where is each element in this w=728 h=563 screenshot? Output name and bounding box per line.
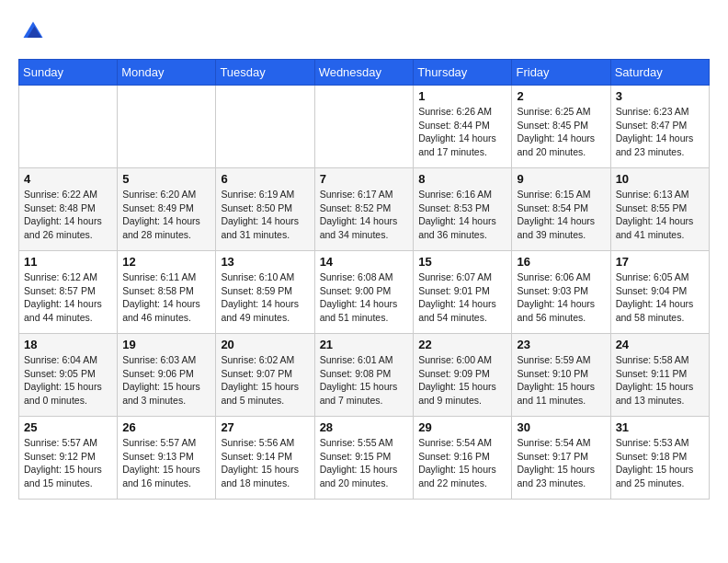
- day-number: 9: [517, 172, 605, 186]
- calendar-cell: 14Sunrise: 6:08 AM Sunset: 9:00 PM Dayli…: [314, 251, 414, 334]
- calendar-header-thursday: Thursday: [414, 60, 512, 86]
- day-number: 8: [418, 172, 506, 186]
- calendar-cell: 2Sunrise: 6:25 AM Sunset: 8:45 PM Daylig…: [512, 86, 610, 168]
- calendar-cell: 21Sunrise: 6:01 AM Sunset: 9:08 PM Dayli…: [314, 334, 414, 417]
- calendar-header-friday: Friday: [512, 60, 610, 86]
- day-number: 29: [418, 420, 506, 434]
- day-info: Sunrise: 6:13 AM Sunset: 8:55 PM Dayligh…: [616, 188, 704, 242]
- day-number: 25: [24, 420, 112, 434]
- day-number: 15: [418, 255, 506, 269]
- day-number: 6: [221, 172, 309, 186]
- calendar-cell: 10Sunrise: 6:13 AM Sunset: 8:55 PM Dayli…: [610, 168, 709, 251]
- day-info: Sunrise: 5:55 AM Sunset: 9:15 PM Dayligh…: [320, 436, 409, 490]
- calendar-cell: 25Sunrise: 5:57 AM Sunset: 9:12 PM Dayli…: [19, 417, 118, 500]
- day-number: 5: [122, 172, 210, 186]
- day-number: 7: [320, 172, 409, 186]
- day-info: Sunrise: 6:08 AM Sunset: 9:00 PM Dayligh…: [320, 270, 409, 325]
- day-number: 27: [221, 420, 309, 434]
- day-number: 13: [221, 255, 309, 269]
- calendar-cell: 4Sunrise: 6:22 AM Sunset: 8:48 PM Daylig…: [19, 168, 118, 251]
- day-info: Sunrise: 5:56 AM Sunset: 9:14 PM Dayligh…: [221, 436, 309, 490]
- day-info: Sunrise: 5:57 AM Sunset: 9:13 PM Dayligh…: [122, 436, 210, 490]
- calendar-cell: 5Sunrise: 6:20 AM Sunset: 8:49 PM Daylig…: [118, 168, 216, 251]
- day-number: 26: [122, 420, 210, 434]
- day-number: 24: [616, 338, 704, 351]
- day-info: Sunrise: 6:01 AM Sunset: 9:08 PM Dayligh…: [320, 353, 409, 408]
- day-number: 10: [616, 172, 704, 186]
- calendar-cell: 6Sunrise: 6:19 AM Sunset: 8:50 PM Daylig…: [216, 168, 314, 251]
- calendar-cell: 7Sunrise: 6:17 AM Sunset: 8:52 PM Daylig…: [314, 168, 414, 251]
- calendar-cell: 20Sunrise: 6:02 AM Sunset: 9:07 PM Dayli…: [216, 334, 314, 417]
- day-info: Sunrise: 6:05 AM Sunset: 9:04 PM Dayligh…: [616, 270, 704, 325]
- calendar-cell: 12Sunrise: 6:11 AM Sunset: 8:58 PM Dayli…: [118, 251, 216, 334]
- calendar-cell: [216, 86, 314, 168]
- day-info: Sunrise: 5:54 AM Sunset: 9:17 PM Dayligh…: [517, 436, 605, 490]
- day-number: 23: [517, 338, 605, 351]
- day-info: Sunrise: 6:03 AM Sunset: 9:06 PM Dayligh…: [122, 353, 210, 408]
- day-number: 1: [418, 89, 506, 103]
- calendar-week-4: 18Sunrise: 6:04 AM Sunset: 9:05 PM Dayli…: [19, 334, 710, 417]
- calendar-week-1: 1Sunrise: 6:26 AM Sunset: 8:44 PM Daylig…: [19, 86, 710, 168]
- day-info: Sunrise: 6:00 AM Sunset: 9:09 PM Dayligh…: [418, 353, 506, 408]
- calendar-cell: 30Sunrise: 5:54 AM Sunset: 9:17 PM Dayli…: [512, 417, 610, 500]
- day-info: Sunrise: 5:58 AM Sunset: 9:11 PM Dayligh…: [616, 353, 704, 408]
- calendar-week-5: 25Sunrise: 5:57 AM Sunset: 9:12 PM Dayli…: [19, 417, 710, 500]
- day-number: 3: [616, 89, 704, 103]
- day-info: Sunrise: 6:16 AM Sunset: 8:53 PM Dayligh…: [418, 188, 506, 242]
- day-info: Sunrise: 6:23 AM Sunset: 8:47 PM Dayligh…: [616, 105, 704, 159]
- calendar-cell: 31Sunrise: 5:53 AM Sunset: 9:18 PM Dayli…: [610, 417, 709, 500]
- day-number: 16: [517, 255, 605, 269]
- day-number: 21: [320, 338, 409, 351]
- calendar-header-sunday: Sunday: [19, 60, 118, 86]
- day-number: 28: [320, 420, 409, 434]
- day-info: Sunrise: 6:07 AM Sunset: 9:01 PM Dayligh…: [418, 270, 506, 325]
- calendar-table: SundayMondayTuesdayWednesdayThursdayFrid…: [18, 59, 710, 500]
- day-number: 22: [418, 338, 506, 351]
- day-info: Sunrise: 6:26 AM Sunset: 8:44 PM Dayligh…: [418, 105, 506, 159]
- day-number: 4: [24, 172, 112, 186]
- day-info: Sunrise: 6:12 AM Sunset: 8:57 PM Dayligh…: [24, 270, 112, 325]
- calendar-week-2: 4Sunrise: 6:22 AM Sunset: 8:48 PM Daylig…: [19, 168, 710, 251]
- day-info: Sunrise: 6:10 AM Sunset: 8:59 PM Dayligh…: [221, 270, 309, 325]
- day-number: 18: [24, 338, 112, 351]
- day-info: Sunrise: 6:22 AM Sunset: 8:48 PM Dayligh…: [24, 188, 112, 242]
- calendar-cell: 19Sunrise: 6:03 AM Sunset: 9:06 PM Dayli…: [118, 334, 216, 417]
- day-info: Sunrise: 5:57 AM Sunset: 9:12 PM Dayligh…: [24, 436, 112, 490]
- calendar-cell: 17Sunrise: 6:05 AM Sunset: 9:04 PM Dayli…: [610, 251, 709, 334]
- day-number: 30: [517, 420, 605, 434]
- calendar-cell: 22Sunrise: 6:00 AM Sunset: 9:09 PM Dayli…: [414, 334, 512, 417]
- logo-icon: [20, 18, 46, 44]
- calendar-cell: [19, 86, 118, 168]
- logo: [18, 18, 46, 44]
- calendar-week-3: 11Sunrise: 6:12 AM Sunset: 8:57 PM Dayli…: [19, 251, 710, 334]
- day-info: Sunrise: 6:11 AM Sunset: 8:58 PM Dayligh…: [122, 270, 210, 325]
- calendar-cell: 11Sunrise: 6:12 AM Sunset: 8:57 PM Dayli…: [19, 251, 118, 334]
- day-info: Sunrise: 6:25 AM Sunset: 8:45 PM Dayligh…: [517, 105, 605, 159]
- day-info: Sunrise: 6:02 AM Sunset: 9:07 PM Dayligh…: [221, 353, 309, 408]
- calendar-cell: 1Sunrise: 6:26 AM Sunset: 8:44 PM Daylig…: [414, 86, 512, 168]
- calendar-cell: 26Sunrise: 5:57 AM Sunset: 9:13 PM Dayli…: [118, 417, 216, 500]
- day-number: 14: [320, 255, 409, 269]
- day-info: Sunrise: 5:54 AM Sunset: 9:16 PM Dayligh…: [418, 436, 506, 490]
- calendar-cell: [118, 86, 216, 168]
- day-info: Sunrise: 6:20 AM Sunset: 8:49 PM Dayligh…: [122, 188, 210, 242]
- calendar-cell: 13Sunrise: 6:10 AM Sunset: 8:59 PM Dayli…: [216, 251, 314, 334]
- calendar-cell: 27Sunrise: 5:56 AM Sunset: 9:14 PM Dayli…: [216, 417, 314, 500]
- calendar-cell: 3Sunrise: 6:23 AM Sunset: 8:47 PM Daylig…: [610, 86, 709, 168]
- day-number: 31: [616, 420, 704, 434]
- calendar-cell: 15Sunrise: 6:07 AM Sunset: 9:01 PM Dayli…: [414, 251, 512, 334]
- calendar-cell: [314, 86, 414, 168]
- day-number: 11: [24, 255, 112, 269]
- calendar-header-saturday: Saturday: [610, 60, 709, 86]
- day-info: Sunrise: 6:19 AM Sunset: 8:50 PM Dayligh…: [221, 188, 309, 242]
- calendar-cell: 29Sunrise: 5:54 AM Sunset: 9:16 PM Dayli…: [414, 417, 512, 500]
- day-number: 12: [122, 255, 210, 269]
- calendar-cell: 16Sunrise: 6:06 AM Sunset: 9:03 PM Dayli…: [512, 251, 610, 334]
- day-info: Sunrise: 6:15 AM Sunset: 8:54 PM Dayligh…: [517, 188, 605, 242]
- calendar-cell: 28Sunrise: 5:55 AM Sunset: 9:15 PM Dayli…: [314, 417, 414, 500]
- day-info: Sunrise: 5:59 AM Sunset: 9:10 PM Dayligh…: [517, 353, 605, 408]
- day-number: 17: [616, 255, 704, 269]
- calendar-cell: 18Sunrise: 6:04 AM Sunset: 9:05 PM Dayli…: [19, 334, 118, 417]
- calendar-cell: 24Sunrise: 5:58 AM Sunset: 9:11 PM Dayli…: [610, 334, 709, 417]
- calendar-header-tuesday: Tuesday: [216, 60, 314, 86]
